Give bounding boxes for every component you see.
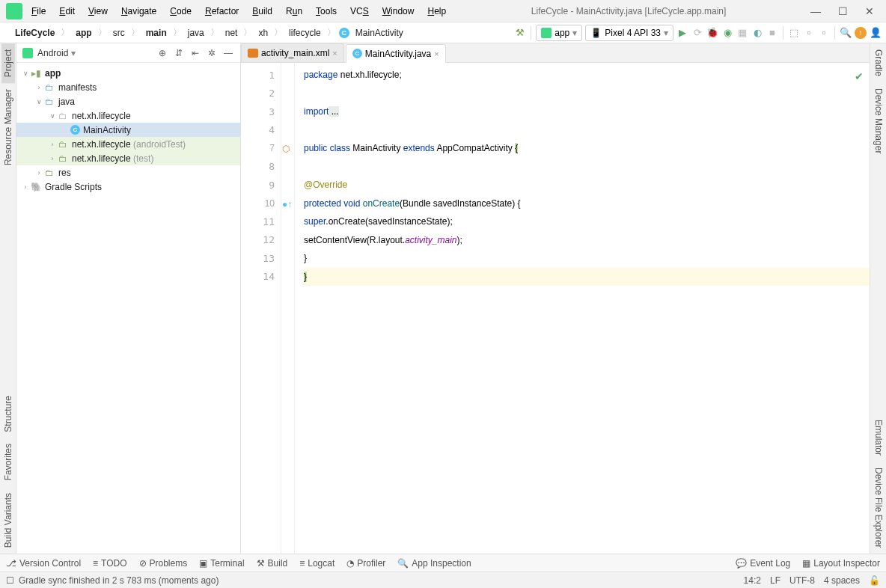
- menu-file[interactable]: File: [25, 3, 52, 19]
- menu-help[interactable]: Help: [421, 3, 452, 19]
- device-dropdown[interactable]: 📱Pixel 4 API 33▾: [585, 25, 673, 41]
- tree-pkg2[interactable]: ›🗀net.xh.lifecycle (androidTest): [16, 137, 240, 151]
- tool-emulator[interactable]: Emulator: [872, 414, 885, 462]
- tool-problems[interactable]: ⊘Problems: [139, 558, 188, 569]
- app-logo: [6, 3, 22, 19]
- inspection-icon: 🔍: [397, 558, 409, 569]
- tool-build[interactable]: ⚒Build: [257, 558, 288, 569]
- class-icon: C: [70, 125, 80, 135]
- settings-icon[interactable]: ✲: [206, 47, 218, 59]
- tool-structure[interactable]: Structure: [1, 390, 15, 438]
- tool-resmgr[interactable]: Resource Manager: [1, 83, 15, 171]
- tool-terminal[interactable]: ▣Terminal: [199, 558, 244, 569]
- branch-icon: ⎇: [6, 558, 16, 569]
- minimize-icon[interactable]: —: [805, 4, 826, 19]
- menu-refactor[interactable]: Refactor: [199, 3, 245, 19]
- xml-icon: [248, 49, 258, 58]
- status-pos[interactable]: 14:2: [744, 575, 761, 586]
- menu-window[interactable]: Window: [376, 3, 421, 19]
- crumb-project[interactable]: LifeCycle: [12, 26, 58, 40]
- menu-run[interactable]: Run: [280, 3, 308, 19]
- maximize-icon[interactable]: ☐: [832, 4, 853, 19]
- select-opened-icon[interactable]: ⊕: [156, 47, 168, 59]
- override-gutter-icon[interactable]: ⬡: [282, 144, 291, 153]
- status-message: Gradle sync finished in 2 s 783 ms (mome…: [19, 575, 219, 586]
- menu-view[interactable]: View: [82, 3, 114, 19]
- hide-icon[interactable]: —: [222, 47, 234, 59]
- tool-devmgr[interactable]: Device Manager: [872, 82, 885, 159]
- coverage-icon[interactable]: ▦: [736, 27, 748, 39]
- tree-res[interactable]: ›🗀res: [16, 165, 240, 180]
- terminal-icon: ▣: [199, 558, 207, 569]
- tree-pkg3[interactable]: ›🗀net.xh.lifecycle (test): [16, 151, 240, 165]
- menu-vcs[interactable]: VCS: [344, 3, 375, 19]
- debug-icon[interactable]: 🐞: [706, 27, 718, 39]
- crumb-src[interactable]: src: [110, 26, 128, 40]
- inspection-ok-icon[interactable]: ✔: [855, 67, 864, 86]
- menu-tools[interactable]: Tools: [310, 3, 343, 19]
- hammer-icon[interactable]: ⚒: [514, 27, 526, 39]
- tool-layoutinsp[interactable]: ▦Layout Inspector: [802, 558, 880, 569]
- hammer-icon: ⚒: [257, 558, 265, 569]
- crumb-class[interactable]: MainActivity: [352, 26, 406, 40]
- avd-icon[interactable]: ▫: [803, 27, 815, 39]
- sdk-icon[interactable]: ▫: [818, 27, 830, 39]
- tree-gradle[interactable]: ›🐘Gradle Scripts: [16, 180, 240, 194]
- code-editor[interactable]: package net.xh.lifecycle; import ... pub…: [295, 63, 870, 554]
- tree-manifests[interactable]: ›🗀manifests: [16, 80, 240, 94]
- run-icon[interactable]: ▶: [676, 27, 688, 39]
- crumb-app[interactable]: app: [73, 26, 94, 40]
- crumb-net[interactable]: net: [222, 26, 241, 40]
- git-icon[interactable]: ⬚: [788, 27, 800, 39]
- tool-variants[interactable]: Build Variants: [1, 487, 15, 554]
- close-icon[interactable]: ✕: [859, 4, 880, 19]
- project-view-dropdown[interactable]: Android ▾: [37, 48, 156, 58]
- stop-icon[interactable]: ■: [766, 27, 778, 39]
- status-le[interactable]: LF: [770, 575, 780, 586]
- profile-icon[interactable]: ◉: [721, 27, 733, 39]
- apply-changes-icon[interactable]: ⟳: [691, 27, 703, 39]
- account-icon[interactable]: 👤: [870, 27, 882, 39]
- tool-eventlog[interactable]: 💬Event Log: [736, 558, 790, 569]
- crumb-java[interactable]: java: [185, 26, 207, 40]
- status-indent[interactable]: 4 spaces: [824, 575, 860, 586]
- tab-mainactivity[interactable]: CMainActivity.java×: [346, 44, 446, 63]
- tool-project[interactable]: Project: [1, 43, 15, 83]
- expand-icon[interactable]: ⇵: [173, 47, 185, 59]
- tree-pkg1[interactable]: ∨🗀net.xh.lifecycle: [16, 108, 240, 123]
- tab-activity-main[interactable]: activity_main.xml×: [241, 43, 344, 62]
- collapse-icon[interactable]: ⇤: [189, 47, 201, 59]
- lock-icon[interactable]: 🔓: [869, 575, 880, 586]
- search-icon[interactable]: 🔍: [840, 27, 852, 39]
- status-icon[interactable]: ☐: [6, 575, 14, 586]
- tool-favorites[interactable]: Favorites: [1, 438, 15, 486]
- update-icon[interactable]: ↑: [855, 27, 867, 39]
- menu-navigate[interactable]: Navigate: [115, 3, 162, 19]
- crumb-main[interactable]: main: [143, 26, 170, 40]
- tool-devfile[interactable]: Device File Explorer: [872, 462, 885, 554]
- crumb-xh[interactable]: xh: [255, 26, 271, 40]
- tab-close-icon[interactable]: ×: [434, 49, 439, 58]
- menu-edit[interactable]: Edit: [53, 3, 81, 19]
- crumb-pkg[interactable]: lifecycle: [286, 26, 324, 40]
- tool-appinsp[interactable]: 🔍App Inspection: [397, 558, 471, 569]
- profiler-icon: ◔: [346, 558, 354, 569]
- attach-icon[interactable]: ◐: [751, 27, 763, 39]
- tool-gradle[interactable]: Gradle: [872, 43, 885, 82]
- tool-todo[interactable]: ≡TODO: [93, 558, 126, 569]
- tab-close-icon[interactable]: ×: [332, 49, 337, 58]
- tree-java[interactable]: ∨🗀java: [16, 94, 240, 108]
- status-enc[interactable]: UTF-8: [789, 575, 815, 586]
- line-gutter[interactable]: 1 2 3 4 7⬡ 8 9 10●↑ 11 12 13 14: [241, 63, 281, 554]
- menu-code[interactable]: Code: [164, 3, 198, 19]
- menu-build[interactable]: Build: [246, 3, 278, 19]
- tool-logcat[interactable]: ≡Logcat: [299, 558, 334, 569]
- tool-profiler[interactable]: ◔Profiler: [346, 558, 385, 569]
- tree-app[interactable]: ∨▸▮app: [16, 66, 240, 80]
- tree-mainactivity[interactable]: CMainActivity: [16, 123, 240, 137]
- tool-vcs[interactable]: ⎇Version Control: [6, 558, 81, 569]
- run-config-dropdown[interactable]: app▾: [536, 25, 582, 41]
- override-up-icon[interactable]: ●↑: [282, 199, 291, 208]
- window-title: LifeCycle - MainActivity.java [LifeCycle…: [452, 6, 805, 16]
- breadcrumb: LifeCycle〉 app〉 src〉 main〉 java〉 net〉 xh…: [0, 26, 406, 40]
